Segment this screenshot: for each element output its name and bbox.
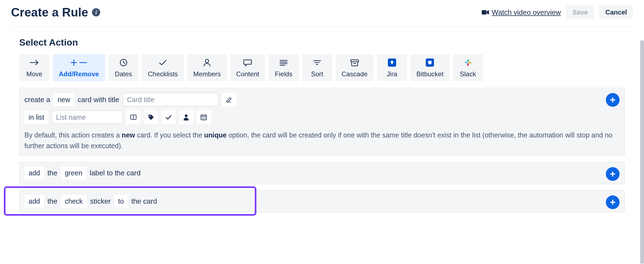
jira-icon [388,58,396,67]
text-the: the [47,197,57,206]
card-title-input[interactable] [123,93,219,106]
svg-point-33 [205,117,206,118]
tab-label: Fields [275,70,292,78]
svg-point-35 [203,119,204,119]
add-rule-button[interactable] [606,195,620,209]
tab-sort[interactable]: Sort [302,54,332,81]
tab-jira[interactable]: Jira [377,54,407,81]
svg-line-7 [124,63,125,63]
tab-checklists[interactable]: Checklists [142,54,184,81]
tab-label: Cascade [341,70,368,78]
svg-point-28 [185,114,187,117]
info-icon[interactable]: i [92,8,100,16]
header-right: Watch video overview Save Cancel [482,5,633,19]
tab-add-remove[interactable]: Add/Remove [53,54,105,81]
rule-add-sticker: add the check sticker to the card [19,190,625,212]
member-button[interactable] [179,110,193,124]
svg-point-27 [149,116,150,117]
content-area: Select Action Move Add/Remove [11,27,633,212]
text-create-a: create a [24,96,50,104]
add-rule-button[interactable] [606,167,620,181]
tab-slack[interactable]: Slack [453,54,483,81]
chip-check[interactable]: check [61,195,87,208]
rule-add-label: add the green label to the card [19,162,625,184]
svg-rect-19 [469,62,471,63]
video-camera-icon [482,10,489,15]
page-root: Create a Rule i Watch video overview Sav… [0,0,644,229]
chip-in-list[interactable]: in list [24,111,48,124]
rule-create-card: create a new card with title in list [19,88,625,156]
position-button[interactable] [126,110,141,124]
svg-rect-42 [610,202,615,203]
tab-label: Content [236,70,259,78]
watch-video-link[interactable]: Watch video overview [482,8,561,17]
tab-label: Dates [115,70,132,78]
chip-add[interactable]: add [24,195,44,208]
tab-bitbucket[interactable]: Bitbucket [410,54,450,81]
tab-label: Bitbucket [416,70,444,78]
svg-rect-18 [467,59,469,62]
date-button[interactable] [197,110,211,124]
page-title: Create a Rule [11,5,88,19]
edit-button[interactable] [222,92,236,107]
header-left: Create a Rule i [11,5,100,19]
speech-bubble-icon [243,58,252,67]
svg-rect-0 [482,10,486,15]
chip-add[interactable]: add [24,167,44,179]
tab-label: Slack [460,70,476,78]
save-button: Save [566,5,594,19]
tab-fields[interactable]: Fields [268,54,299,81]
bitbucket-icon [426,58,434,67]
chip-green[interactable]: green [61,167,86,179]
svg-point-31 [202,117,203,118]
tab-label: Move [26,70,43,78]
plus-minus-icon [71,58,87,67]
chip-new[interactable]: new [54,93,74,106]
tab-members[interactable]: Members [187,54,227,81]
svg-rect-40 [610,173,615,175]
label-button[interactable] [144,110,158,124]
header: Create a Rule i Watch video overview Sav… [11,5,633,27]
rule-note: By default, this action creates a new ca… [24,130,620,151]
svg-rect-21 [465,62,467,63]
section-title: Select Action [19,37,625,48]
slack-icon [464,58,472,67]
chip-to[interactable]: to [114,195,128,208]
cancel-button[interactable]: Cancel [599,5,633,19]
watch-video-label: Watch video overview [492,8,561,17]
person-icon [203,58,211,67]
scrollbar[interactable] [640,40,644,229]
text-the: the [47,169,57,177]
svg-rect-16 [351,60,359,62]
svg-rect-23 [610,99,615,100]
text-sticker: sticker [90,197,111,206]
tab-label: Sort [311,70,323,78]
svg-rect-24 [227,102,231,102]
tab-dates[interactable]: Dates [108,54,139,81]
lines-icon [279,58,288,67]
arrow-right-icon [30,58,39,67]
list-name-input[interactable] [52,110,123,124]
add-rule-button[interactable] [606,93,620,107]
tab-label: Add/Remove [59,70,99,78]
action-tabs: Move Add/Remove Dates Chec [19,54,625,81]
text-card-with-title: card with title [78,96,119,104]
svg-point-8 [205,59,209,63]
filter-icon [313,58,321,67]
tab-content[interactable]: Content [230,54,265,81]
archive-icon [350,58,359,67]
text-label-to-card: label to the card [90,169,141,177]
svg-rect-20 [467,63,469,66]
clock-icon [119,58,128,67]
tab-move[interactable]: Move [19,54,49,81]
check-icon [158,58,167,67]
tab-label: Jira [387,70,397,78]
text-the-card: the card [131,197,157,206]
tab-cascade[interactable]: Cascade [335,54,374,81]
svg-point-34 [202,119,203,119]
tab-label: Checklists [148,70,178,78]
svg-point-32 [203,117,204,118]
svg-point-36 [205,119,206,119]
checklist-button[interactable] [161,110,176,124]
tab-label: Members [193,70,221,78]
